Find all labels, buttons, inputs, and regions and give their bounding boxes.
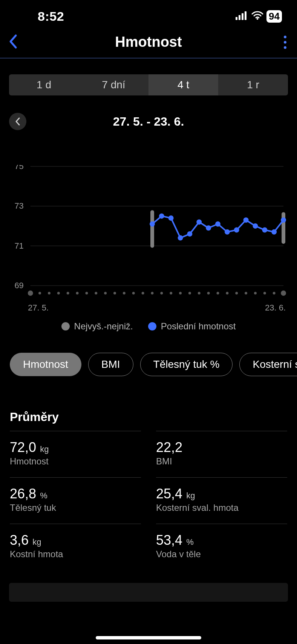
svg-point-48 [196,219,202,224]
svg-rect-3 [245,11,246,20]
svg-point-40 [281,290,286,296]
averages-section: Průměry 72,0 kgHmotnost22,2BMI26,8 %Těle… [10,410,287,570]
svg-point-51 [225,229,230,235]
x-axis-end-label: 23. 6. [265,303,286,313]
period-tab[interactable]: 7 dní [79,74,148,95]
average-value: 53,4 [156,532,182,548]
svg-point-30 [188,292,191,295]
metric-pill[interactable]: Tělesný tuk % [140,353,233,376]
svg-point-16 [57,292,60,295]
svg-text:69: 69 [14,281,23,290]
x-axis-start-label: 27. 5. [28,303,49,313]
legend-item: Nejvyš.-nejniž. [61,321,133,332]
period-selector: 1 d7 dní4 t1 r [9,74,288,95]
svg-point-18 [76,292,79,295]
svg-point-21 [104,292,107,295]
svg-point-19 [85,292,88,295]
svg-rect-2 [242,13,243,20]
more-menu-button[interactable] [284,35,286,49]
chart-legend: Nejvyš.-nejniž.Poslední hmotnost [10,321,287,332]
svg-point-36 [245,292,247,295]
average-unit: kg [30,537,41,547]
average-value: 3,6 [10,532,29,548]
average-label: BMI [156,456,287,467]
svg-point-45 [168,215,174,221]
svg-point-37 [254,292,257,295]
average-unit: kg [38,444,49,454]
metric-selector: HmotnostBMITělesný tuk %Kosterní sval [10,353,297,376]
svg-point-34 [226,292,228,295]
svg-point-50 [215,221,220,227]
legend-item: Poslední hmotnost [148,321,236,332]
svg-point-29 [179,292,182,295]
legend-dot-icon [61,322,70,330]
svg-point-20 [95,292,97,295]
status-indicators: 94 [236,10,282,23]
svg-point-38 [263,292,266,295]
average-cell: 25,4 kgKosterní sval. hmota [156,477,287,524]
svg-point-22 [113,292,116,295]
prev-range-button[interactable] [9,113,26,130]
date-range-nav: 27. 5. - 23. 6. [0,112,297,131]
svg-point-4 [257,18,259,20]
svg-point-24 [132,292,135,295]
svg-rect-1 [239,15,240,20]
svg-point-32 [207,292,210,295]
period-tab[interactable]: 1 d [9,74,79,95]
svg-point-46 [178,235,183,241]
svg-point-13 [28,290,33,296]
svg-text:73: 73 [14,201,23,211]
legend-dot-icon [148,322,156,330]
svg-text:71: 71 [14,241,23,251]
svg-point-33 [217,292,219,295]
home-indicator[interactable] [96,636,201,639]
bottom-card[interactable] [9,583,288,602]
svg-point-35 [235,292,238,295]
wifi-icon [251,11,263,22]
average-cell: 72,0 kgHmotnost [10,431,141,477]
average-label: Voda v těle [156,549,287,559]
svg-point-31 [198,292,201,295]
average-label: Hmotnost [10,456,141,467]
metric-pill[interactable]: Kosterní sval [239,353,297,376]
average-cell: 53,4 %Voda v těle [156,524,287,570]
app-header: Hmotnost [0,26,297,58]
svg-text:75: 75 [14,165,23,171]
metric-pill[interactable]: Hmotnost [10,353,81,376]
average-label: Kosterní sval. hmota [156,503,287,513]
svg-point-44 [159,214,164,219]
svg-point-43 [150,221,155,227]
period-tab[interactable]: 4 t [148,74,218,95]
status-time: 8:52 [38,9,64,24]
average-unit: kg [184,491,195,500]
svg-point-54 [253,223,258,229]
average-cell: 3,6 kgKostní hmota [10,524,141,570]
svg-point-14 [38,292,41,295]
average-unit: % [184,537,194,547]
svg-point-52 [234,227,239,233]
average-unit: % [38,491,47,500]
svg-point-28 [170,292,172,295]
average-cell: 26,8 %Tělesný tuk [10,477,141,524]
svg-point-47 [187,231,192,237]
average-label: Tělesný tuk [10,503,141,513]
svg-point-56 [271,229,277,235]
svg-point-39 [273,292,276,295]
status-bar: 8:52 94 [0,0,297,26]
svg-point-57 [281,217,286,223]
period-tab[interactable]: 1 r [218,74,288,95]
svg-point-17 [67,292,69,295]
average-value: 26,8 [10,486,36,501]
svg-point-26 [151,292,153,295]
svg-point-55 [262,227,267,233]
date-range-label: 27. 5. - 23. 6. [113,115,184,129]
svg-point-49 [206,225,211,231]
svg-point-25 [142,292,144,295]
back-button[interactable] [8,34,18,51]
weight-chart[interactable]: 69717375 27. 5. 23. 6. Nejvyš.-nejniž.Po… [10,165,287,332]
signal-icon [236,11,248,22]
svg-point-23 [123,292,126,295]
svg-point-53 [243,217,249,223]
average-label: Kostní hmota [10,549,141,559]
metric-pill[interactable]: BMI [88,353,133,376]
